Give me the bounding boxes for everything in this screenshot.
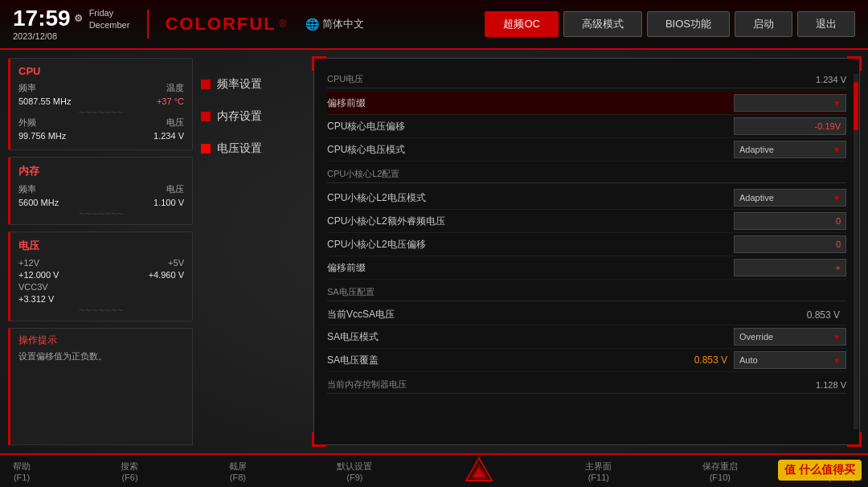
voltage-card: 电压 +12V +5V +12.000 V +4.960 V VCC3V +3.…	[8, 231, 193, 321]
dropdown-prefix1[interactable]: ▼	[734, 94, 846, 112]
section-sa: SA电压配置 当前VccSA电压 0.853 V SA电压模式 Override…	[327, 286, 846, 372]
config-row-sa-mode[interactable]: SA电压模式 Override ▼	[327, 325, 846, 349]
input-cpu-offset[interactable]: -0.19V	[734, 117, 846, 135]
config-row-l2-mode[interactable]: CPU小核心L2电压模式 Adaptive ▼	[327, 186, 846, 210]
ops-hint-title: 操作提示	[18, 334, 184, 347]
config-row-sa-override[interactable]: SA电压覆盖 0.853 V Auto ▼	[327, 349, 846, 372]
dropdown-sa-mode[interactable]: Override ▼	[734, 328, 846, 346]
mid-panel: 频率设置 内存设置 电压设置	[201, 58, 305, 445]
vcc3v-label: VCC3V	[18, 282, 48, 292]
dropdown-l2-mode[interactable]: Adaptive ▼	[734, 189, 846, 207]
cpu-temp-label: 温度	[166, 82, 184, 94]
right-panel-wrap: CPU电压 1.234 V 偏移前缀 ▼ CPU核心电压偏移	[313, 58, 860, 445]
sa-current-value: 0.853 V	[776, 309, 840, 321]
menu-item-memory[interactable]: 内存设置	[201, 106, 305, 127]
config-row-l2-offset[interactable]: CPU小核心L2电压偏移 0	[327, 233, 846, 256]
menu-item-freq[interactable]: 频率设置	[201, 74, 305, 95]
menu-item-voltage[interactable]: 电压设置	[201, 138, 305, 159]
v5-label: +5V	[168, 258, 184, 268]
config-row-cpu-mode[interactable]: CPU核心电压模式 Adaptive ▼	[327, 138, 846, 162]
input-prefix2[interactable]: +	[734, 259, 846, 276]
dropdown-cpu-mode-value: Adaptive	[739, 145, 774, 154]
config-row-cpu-offset[interactable]: CPU核心电压偏移 -0.19V	[327, 115, 846, 138]
clock-day: Friday December	[89, 7, 130, 31]
config-row-sa-current: 当前VccSA电压 0.853 V	[327, 305, 846, 325]
config-row-l2-turbo[interactable]: CPU小核心L2额外睿频电压 0	[327, 210, 846, 233]
bottom-defaults-key: (F9)	[346, 473, 362, 482]
label-prefix1: 偏移前缀	[327, 96, 734, 110]
v5-value: +4.960 V	[149, 270, 184, 280]
config-row-prefix1[interactable]: 偏移前缀 ▼	[327, 92, 846, 115]
bottom-defaults[interactable]: 默认设置 (F9)	[337, 460, 372, 482]
bottom-screenshot[interactable]: 截屏 (F8)	[229, 460, 247, 482]
input-cpu-offset-value: -0.19V	[815, 121, 841, 131]
dropdown-sa-override[interactable]: Auto ▼	[734, 351, 846, 369]
config-row-prefix2[interactable]: 偏移前缀 +	[327, 256, 846, 280]
nav-btn-boot[interactable]: 启动	[735, 11, 792, 37]
clock-day-value: Friday	[89, 7, 130, 18]
clock-date: 2023/12/08	[13, 31, 129, 41]
section-cpu-l2-title: CPU小核心L2配置	[327, 168, 846, 183]
cpu-row-1: 频率 温度	[18, 82, 184, 94]
nav-btn-advanced[interactable]: 高级模式	[563, 11, 642, 37]
main-background: 17:59 ⚙ Friday December 2023/12/08 COLOR…	[0, 0, 868, 487]
bottom-logo	[463, 455, 495, 487]
section-cpu-voltage-value: 1.234 V	[816, 75, 846, 84]
input-l2-turbo[interactable]: 0	[734, 212, 846, 230]
topbar-nav: 超频OC 高级模式 BIOS功能 启动 退出	[485, 11, 855, 37]
watermark-text: 值 什么值得买	[784, 463, 855, 476]
corner-tr	[847, 56, 862, 71]
cpu-row-4: 99.756 MHz 1.234 V	[18, 131, 184, 141]
volt-row-4: +3.312 V	[18, 294, 184, 304]
globe-icon: 🌐	[305, 18, 319, 31]
nav-btn-oc[interactable]: 超频OC	[485, 11, 559, 37]
vertical-scrollbar[interactable]	[854, 74, 858, 429]
cpu-ext-freq-label: 外频	[18, 117, 36, 129]
section-sa-title: SA电压配置	[327, 286, 846, 301]
volt-row-1: +12V +5V	[18, 258, 184, 268]
cpu-wave: 〜〜〜〜〜〜〜	[18, 108, 184, 115]
section-cpu-voltage: CPU电压 1.234 V 偏移前缀 ▼ CPU核心电压偏移	[327, 73, 846, 162]
logo-svg	[465, 456, 493, 485]
bottom-help-key: (F1)	[14, 473, 30, 482]
memory-title: 内存	[18, 164, 184, 178]
bottom-screenshot-key: (F8)	[230, 473, 246, 482]
scrollbar-thumb[interactable]	[854, 82, 858, 130]
menu-label-freq: 频率设置	[217, 77, 262, 92]
lang-selector[interactable]: 🌐 简体中文	[305, 17, 364, 31]
mem-freq-value: 5600 MHz	[18, 198, 59, 207]
bottom-main-label: 主界面	[585, 460, 612, 473]
label-l2-offset: CPU小核心L2电压偏移	[327, 238, 734, 252]
brand-name: COLORFUL	[165, 14, 276, 35]
bottom-search[interactable]: 搜索 (F6)	[121, 460, 138, 482]
bottom-save[interactable]: 保存重启 (F10)	[702, 460, 738, 482]
cpu-card: CPU 频率 温度 5087.55 MHz +37 °C 〜〜〜〜〜〜〜 外频 …	[8, 58, 193, 150]
voltage-title: 电压	[18, 239, 184, 253]
bottom-search-label: 搜索	[121, 460, 138, 473]
input-prefix2-value: +	[836, 263, 841, 272]
cpu-row-2: 5087.55 MHz +37 °C	[18, 96, 184, 106]
vcc3v-value: +3.312 V	[18, 294, 54, 304]
corner-bl	[312, 432, 326, 447]
mem-volt-label: 电压	[166, 183, 184, 195]
dropdown-l2-mode-arrow: ▼	[833, 194, 841, 203]
nav-btn-exit[interactable]: 退出	[797, 11, 855, 37]
lang-label: 简体中文	[322, 17, 364, 31]
dropdown-cpu-mode[interactable]: Adaptive ▼	[734, 141, 846, 158]
input-l2-offset[interactable]: 0	[734, 235, 846, 253]
main-content: CPU 频率 温度 5087.55 MHz +37 °C 〜〜〜〜〜〜〜 外频 …	[0, 50, 868, 453]
volt-wave: 〜〜〜〜〜〜〜	[18, 306, 184, 313]
cpu-freq-value: 5087.55 MHz	[18, 96, 71, 106]
menu-dot-voltage	[201, 144, 211, 153]
label-cpu-offset: CPU核心电压偏移	[327, 120, 734, 133]
bottom-main[interactable]: 主界面 (F11)	[585, 460, 612, 482]
menu-label-memory: 内存设置	[217, 109, 262, 124]
cpu-row-3: 外频 电压	[18, 117, 184, 129]
left-panel: CPU 频率 温度 5087.55 MHz +37 °C 〜〜〜〜〜〜〜 外频 …	[8, 58, 193, 445]
label-prefix2: 偏移前缀	[327, 261, 734, 275]
bottom-help[interactable]: 帮助 (F1)	[13, 460, 31, 482]
menu-label-voltage: 电压设置	[217, 141, 262, 156]
nav-btn-bios[interactable]: BIOS功能	[647, 11, 730, 37]
dropdown-sa-mode-value: Override	[739, 332, 773, 342]
clock-time-value: 17:59	[13, 7, 71, 30]
